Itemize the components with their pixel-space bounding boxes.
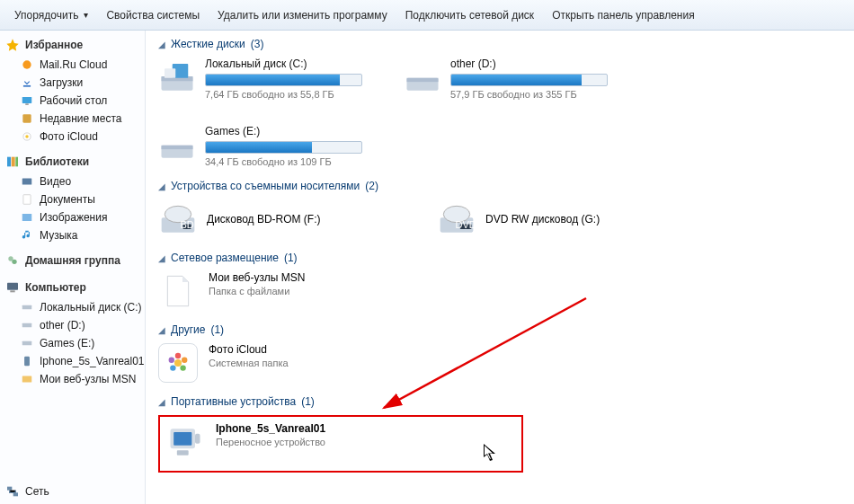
- sidebar-item-drive-e[interactable]: Games (E:): [0, 334, 145, 352]
- svg-point-6: [25, 135, 29, 138]
- svg-rect-49: [177, 450, 189, 455]
- organize-button[interactable]: Упорядочить ▾: [5, 5, 97, 25]
- drive-free: 34,4 ГБ свободно из 109 ГБ: [205, 156, 378, 167]
- svg-rect-18: [22, 323, 32, 328]
- section-removable-header[interactable]: ◢ Устройства со съемными носителями (2): [158, 180, 841, 192]
- svg-rect-48: [195, 434, 200, 444]
- sidebar-item-label: other (D:): [40, 319, 85, 332]
- toolbar: Упорядочить ▾ Свойства системы Удалить и…: [0, 0, 854, 31]
- sidebar-item-music[interactable]: Музыка: [0, 226, 145, 244]
- drive-gauge: [450, 74, 608, 86]
- organize-label: Упорядочить: [14, 9, 78, 22]
- libraries-icon: [5, 155, 20, 169]
- sidebar-item-downloads[interactable]: Загрузки: [0, 74, 145, 92]
- section-portable-header[interactable]: ◢ Портативные устройства (1): [158, 395, 841, 408]
- sidebar-item-video[interactable]: Видео: [0, 172, 145, 190]
- icloud-photos-icon: [158, 343, 198, 383]
- drive-e[interactable]: Games (E:) 34,4 ГБ свободно из 109 ГБ: [158, 125, 378, 167]
- section-title: Жесткие диски: [171, 38, 245, 50]
- device-icon: [20, 354, 34, 368]
- svg-rect-27: [165, 68, 175, 78]
- homegroup-group: Домашняя группа: [0, 252, 145, 271]
- other-item-icloud[interactable]: Фото iCloud Системная папка: [158, 343, 841, 383]
- svg-rect-16: [10, 290, 14, 292]
- sidebar-item-drive-d[interactable]: other (D:): [0, 316, 145, 334]
- drive-list: Локальный диск (C:) 7,64 ГБ свободно из …: [158, 57, 841, 167]
- optical-drive-icon: DVD: [437, 199, 476, 239]
- section-portable: ◢ Портативные устройства (1) I: [158, 395, 841, 473]
- sidebar-item-msn[interactable]: Мои веб-узлы MSN: [0, 370, 145, 388]
- favorites-heading[interactable]: Избранное: [0, 36, 145, 56]
- hdd-icon: [158, 125, 196, 163]
- homegroup-heading[interactable]: Домашняя группа: [0, 252, 145, 271]
- sidebar-item-drive-c[interactable]: Локальный диск (C:): [0, 298, 145, 316]
- device-dvdrw[interactable]: DVD DVD RW дисковод (G:): [437, 199, 689, 239]
- portable-device-iphone[interactable]: Iphone_5s_Vanreal01 Переносное устройств…: [165, 422, 467, 462]
- drive-d[interactable]: other (D:) 57,9 ГБ свободно из 355 ГБ: [404, 57, 624, 100]
- favorites-label: Избранное: [25, 39, 83, 51]
- svg-point-42: [182, 358, 187, 363]
- drive-name: other (D:): [450, 57, 624, 70]
- network-label: Сеть: [25, 485, 49, 498]
- sidebar-item-label: Фото iCloud: [40, 130, 98, 143]
- music-icon: [20, 228, 34, 243]
- drive-c[interactable]: Локальный диск (C:) 7,64 ГБ свободно из …: [158, 57, 378, 100]
- network-icon: [5, 484, 20, 499]
- sidebar-item-desktop[interactable]: Рабочий стол: [0, 92, 145, 110]
- sidebar-item-iphone[interactable]: Iphone_5s_Vanreal01: [0, 352, 145, 370]
- hdd-icon: [158, 57, 196, 95]
- libraries-heading[interactable]: Библиотеки: [0, 153, 145, 172]
- image-icon: [20, 210, 34, 225]
- sidebar-item-label: Документы: [40, 193, 95, 206]
- section-hdd-header[interactable]: ◢ Жесткие диски (3): [158, 38, 841, 50]
- item-sub: Системная папка: [209, 358, 289, 368]
- sidebar-item-icloud-photo[interactable]: Фото iCloud: [0, 128, 145, 146]
- desktop-icon: [20, 93, 34, 108]
- sidebar-item-docs[interactable]: Документы: [0, 190, 145, 208]
- svg-text:DVD: DVD: [455, 219, 476, 230]
- sidebar-item-label: Загрузки: [40, 76, 83, 89]
- item-name: Iphone_5s_Vanreal01: [216, 422, 325, 435]
- svg-rect-3: [25, 104, 29, 105]
- sidebar-item-label: Недавние места: [40, 112, 121, 125]
- favorites-group: Избранное Mail.Ru Cloud Загрузки Рабочий…: [0, 36, 145, 146]
- doc-icon: [20, 192, 34, 207]
- section-removable: ◢ Устройства со съемными носителями (2) …: [158, 180, 841, 239]
- map-drive-button[interactable]: Подключить сетевой диск: [396, 5, 543, 25]
- svg-rect-7: [7, 157, 11, 167]
- device-bdrom[interactable]: BD Дисковод BD-ROM (F:): [158, 199, 410, 239]
- svg-rect-20: [24, 357, 30, 367]
- control-panel-button[interactable]: Открыть панель управления: [543, 5, 704, 25]
- computer-heading[interactable]: Компьютер: [0, 279, 145, 298]
- svg-rect-8: [12, 157, 15, 167]
- svg-point-14: [12, 260, 16, 264]
- section-title: Сетевое размещение: [171, 252, 279, 264]
- sidebar-item-label: Games (E:): [40, 337, 94, 349]
- section-other-header[interactable]: ◢ Другие (1): [158, 323, 841, 336]
- drive-icon: [20, 300, 34, 314]
- drive-name: Games (E:): [205, 125, 378, 137]
- system-properties-button[interactable]: Свойства системы: [97, 5, 209, 25]
- sidebar-item-images[interactable]: Изображения: [0, 208, 145, 226]
- network-heading[interactable]: Сеть: [5, 484, 49, 499]
- sidebar-item-label: Видео: [40, 175, 71, 188]
- collapse-icon: ◢: [158, 253, 165, 263]
- sidebar-item-recent[interactable]: Недавние места: [0, 110, 145, 128]
- portable-device-icon: [165, 422, 205, 462]
- device-name: Дисковод BD-ROM (F:): [207, 213, 321, 225]
- uninstall-button[interactable]: Удалить или изменить программу: [209, 5, 396, 25]
- section-title: Другие: [171, 323, 205, 336]
- content-pane: ◢ Жесткие диски (3) Локальный диск (C:) …: [146, 31, 854, 504]
- svg-rect-19: [22, 341, 32, 346]
- sidebar-item-label: Mail.Ru Cloud: [40, 58, 107, 71]
- network-item-msn[interactable]: Мои веб-узлы MSN Папка с файлами: [158, 271, 841, 311]
- section-network-header[interactable]: ◢ Сетевое размещение (1): [158, 252, 841, 264]
- video-icon: [20, 174, 34, 189]
- drive-free: 7,64 ГБ свободно из 55,8 ГБ: [205, 89, 378, 100]
- svg-point-44: [170, 365, 175, 370]
- drive-name: Локальный диск (C:): [205, 57, 378, 70]
- svg-rect-9: [15, 157, 18, 167]
- sidebar-item-mailru[interactable]: Mail.Ru Cloud: [0, 56, 145, 74]
- item-name: Фото iCloud: [209, 343, 289, 356]
- svg-point-45: [169, 358, 174, 363]
